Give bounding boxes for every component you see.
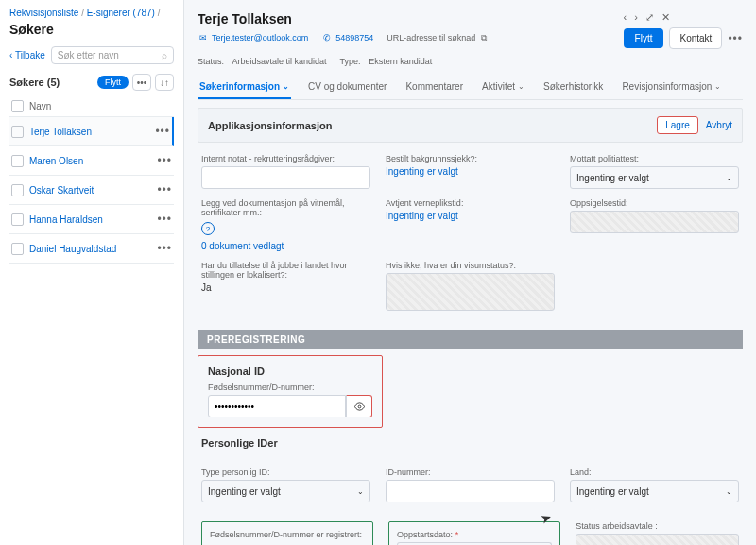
type-id-label: Type personlig ID: [201, 468, 370, 477]
list-item[interactable]: Terje Tollaksen••• [9, 117, 174, 146]
chevron-down-icon: ⌄ [518, 82, 524, 91]
copy-icon[interactable]: ⧉ [478, 32, 490, 43]
breadcrumb-link-2[interactable]: E-signerer (787) [87, 8, 155, 18]
item-more[interactable]: ••• [157, 242, 172, 255]
bgcheck-label: Bestilt bakgrunnssjekk?: [386, 154, 555, 163]
tab-søkerinformasjon[interactable]: Søkerinformasjon ⌄ [198, 76, 291, 99]
expand-icon[interactable]: ⤢ [645, 11, 654, 24]
back-link[interactable]: ‹ Tilbake [9, 50, 45, 60]
fnr-label: Fødselsnummer/D-nummer: [208, 383, 372, 392]
item-checkbox[interactable] [11, 155, 24, 167]
startdate-label: Oppstartsdato: * [397, 530, 552, 539]
internal-note-label: Internt notat - rekrutteringsrådgiver: [201, 154, 370, 163]
eye-icon [354, 401, 365, 412]
attachdocs-label: Legg ved dokumentasjon på vitnemål, sert… [201, 198, 370, 217]
item-more[interactable]: ••• [157, 154, 172, 167]
item-more[interactable]: ••• [157, 183, 172, 196]
item-checkbox[interactable] [11, 213, 24, 226]
idnum-input[interactable] [386, 480, 555, 502]
item-more[interactable]: ••• [155, 125, 170, 138]
move-button[interactable]: Flytt [97, 76, 129, 89]
candidate-name: Terje Tollaksen [198, 11, 624, 26]
item-name: Oskar Skartveit [29, 185, 94, 196]
help-icon[interactable]: ? [201, 222, 215, 235]
tab-revisjonsinformasjon[interactable]: Revisjonsinformasjon ⌄ [620, 76, 723, 99]
tab-cv-og-dokumenter[interactable]: CV og dokumenter [306, 76, 388, 99]
section-title: Applikasjonsinformasjon [208, 120, 332, 131]
military-value[interactable]: Ingenting er valgt [386, 211, 555, 221]
page-title: Søkere [9, 22, 174, 37]
email-icon: ✉ [198, 32, 209, 43]
filter-count: Søkere (5) [9, 77, 60, 88]
phone-link[interactable]: ✆ 54898754 [321, 32, 373, 43]
breadcrumb-link-1[interactable]: Rekvisisjonsliste [9, 8, 78, 18]
chevron-down-icon: ⌄ [714, 82, 721, 91]
move-button-main[interactable]: Flytt [624, 28, 664, 48]
visa-input [386, 273, 555, 311]
country-select[interactable]: Ingenting er valgt⌄ [570, 480, 739, 502]
list-item[interactable]: Daniel Haugvaldstad••• [9, 234, 174, 264]
more-button[interactable]: ••• [132, 74, 151, 91]
chevron-down-icon: ⌄ [283, 82, 289, 91]
status: Status: Arbeidsavtale til kandidat [198, 57, 327, 66]
idnum-label: ID-nummer: [386, 468, 555, 477]
sort-button[interactable]: ↓↑ [155, 74, 174, 91]
reveal-button[interactable] [346, 395, 372, 417]
type-id-select[interactable]: Ingenting er valgt⌄ [201, 480, 370, 502]
phone-icon: ✆ [321, 32, 333, 43]
item-name: Daniel Haugvaldstad [29, 244, 116, 254]
search-icon: ⌕ [162, 50, 167, 60]
termination-label: Oppsigelsestid: [570, 198, 739, 208]
item-name: Hanna Haraldsen [29, 214, 103, 225]
item-checkbox[interactable] [11, 126, 24, 138]
doc-count-link[interactable]: 0 dokument vedlagt [201, 241, 370, 251]
next-icon[interactable]: › [634, 11, 638, 24]
fnr-input[interactable] [208, 395, 346, 417]
prev-icon[interactable]: ‹ [624, 11, 627, 24]
item-name: Maren Olsen [29, 156, 83, 166]
contact-button[interactable]: Kontakt [669, 27, 722, 49]
list-item[interactable]: Oskar Skartveit••• [9, 176, 174, 205]
item-more[interactable]: ••• [157, 213, 172, 226]
military-label: Avtjent verneplikstid: [386, 198, 555, 208]
email-link[interactable]: ✉ Terje.tester@outlook.com [198, 32, 308, 43]
chevron-down-icon: ⌄ [726, 487, 732, 496]
termination-input [570, 211, 739, 233]
tab-kommentarer[interactable]: Kommentarer [404, 76, 465, 99]
more-actions[interactable]: ••• [728, 32, 743, 45]
cancel-link[interactable]: Avbryt [706, 120, 732, 130]
preregistration-header: PREREGISTRERING [198, 330, 743, 349]
item-name: Terje Tollaksen [29, 127, 92, 137]
select-all-checkbox[interactable] [11, 100, 24, 112]
type: Type: Ekstern kandidat [340, 57, 433, 66]
item-checkbox[interactable] [11, 243, 24, 255]
url-label: URL-adresse til søknad ⧉ [387, 32, 490, 43]
fnr-reg-label: Fødselsnummer/D-nummer er registrert: [210, 530, 365, 539]
bgcheck-value[interactable]: Ingenting er valgt [386, 166, 555, 177]
personal-ids-title: Personlige IDer [201, 437, 739, 449]
chevron-down-icon: ⌄ [357, 487, 364, 496]
item-checkbox[interactable] [11, 184, 24, 196]
name-header: Navn [29, 101, 51, 111]
close-icon[interactable]: ✕ [662, 11, 670, 24]
workpermit-label: Har du tillatelse til å jobbe i landet h… [201, 261, 370, 280]
save-button[interactable]: Lagre [657, 116, 698, 134]
status-contract-label: Status arbeidsavtale : [576, 521, 739, 531]
policecert-select[interactable]: Ingenting er valgt⌄ [570, 166, 739, 189]
tab-aktivitet[interactable]: Aktivitet ⌄ [480, 76, 526, 99]
svg-point-0 [358, 405, 361, 408]
list-item[interactable]: Hanna Haraldsen••• [9, 205, 174, 234]
country-label: Land: [570, 468, 739, 477]
workpermit-value: Ja [201, 282, 370, 293]
status-contract-input [576, 534, 739, 545]
national-id-title: Nasjonal ID [208, 366, 372, 377]
breadcrumb: Rekvisisjonsliste / E-signerer (787) / [9, 8, 174, 18]
visa-label: Hvis ikke, hva er din visumstatus?: [386, 261, 555, 270]
search-input[interactable]: Søk etter navn ⌕ [51, 46, 174, 64]
tab-søkerhistorikk[interactable]: Søkerhistorikk [541, 76, 605, 99]
policecert-label: Mottatt politiattest: [570, 154, 739, 163]
list-item[interactable]: Maren Olsen••• [9, 146, 174, 176]
chevron-down-icon: ⌄ [726, 174, 732, 182]
internal-note-input[interactable] [201, 166, 370, 189]
